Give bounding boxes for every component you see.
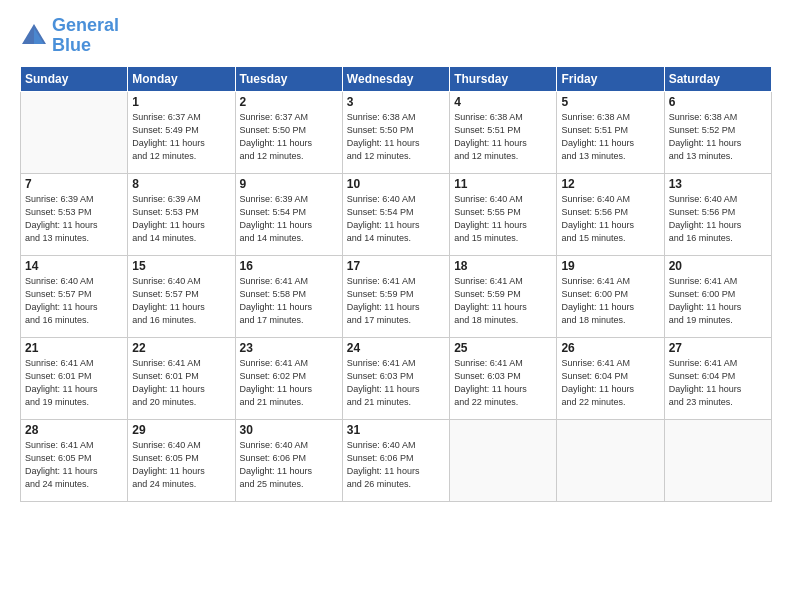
week-row-1: 1Sunrise: 6:37 AM Sunset: 5:49 PM Daylig… [21,91,772,173]
day-info: Sunrise: 6:40 AM Sunset: 5:56 PM Dayligh… [561,193,659,245]
calendar-table: SundayMondayTuesdayWednesdayThursdayFrid… [20,66,772,502]
day-cell: 19Sunrise: 6:41 AM Sunset: 6:00 PM Dayli… [557,255,664,337]
day-cell: 7Sunrise: 6:39 AM Sunset: 5:53 PM Daylig… [21,173,128,255]
day-cell [664,419,771,501]
day-number: 2 [240,95,338,109]
day-number: 10 [347,177,445,191]
day-number: 15 [132,259,230,273]
day-number: 14 [25,259,123,273]
weekday-tuesday: Tuesday [235,66,342,91]
day-cell: 2Sunrise: 6:37 AM Sunset: 5:50 PM Daylig… [235,91,342,173]
day-cell: 15Sunrise: 6:40 AM Sunset: 5:57 PM Dayli… [128,255,235,337]
day-cell: 16Sunrise: 6:41 AM Sunset: 5:58 PM Dayli… [235,255,342,337]
weekday-saturday: Saturday [664,66,771,91]
day-number: 23 [240,341,338,355]
day-number: 29 [132,423,230,437]
day-number: 3 [347,95,445,109]
day-info: Sunrise: 6:41 AM Sunset: 6:03 PM Dayligh… [454,357,552,409]
day-cell: 13Sunrise: 6:40 AM Sunset: 5:56 PM Dayli… [664,173,771,255]
day-info: Sunrise: 6:40 AM Sunset: 5:57 PM Dayligh… [132,275,230,327]
day-info: Sunrise: 6:41 AM Sunset: 6:01 PM Dayligh… [132,357,230,409]
weekday-friday: Friday [557,66,664,91]
day-info: Sunrise: 6:39 AM Sunset: 5:53 PM Dayligh… [25,193,123,245]
weekday-thursday: Thursday [450,66,557,91]
day-number: 31 [347,423,445,437]
day-cell: 3Sunrise: 6:38 AM Sunset: 5:50 PM Daylig… [342,91,449,173]
day-cell: 9Sunrise: 6:39 AM Sunset: 5:54 PM Daylig… [235,173,342,255]
day-cell: 10Sunrise: 6:40 AM Sunset: 5:54 PM Dayli… [342,173,449,255]
day-info: Sunrise: 6:38 AM Sunset: 5:51 PM Dayligh… [454,111,552,163]
weekday-wednesday: Wednesday [342,66,449,91]
day-info: Sunrise: 6:40 AM Sunset: 5:56 PM Dayligh… [669,193,767,245]
day-cell: 27Sunrise: 6:41 AM Sunset: 6:04 PM Dayli… [664,337,771,419]
day-cell: 24Sunrise: 6:41 AM Sunset: 6:03 PM Dayli… [342,337,449,419]
day-info: Sunrise: 6:40 AM Sunset: 5:57 PM Dayligh… [25,275,123,327]
day-number: 25 [454,341,552,355]
day-cell [557,419,664,501]
day-info: Sunrise: 6:41 AM Sunset: 6:02 PM Dayligh… [240,357,338,409]
day-number: 7 [25,177,123,191]
day-number: 18 [454,259,552,273]
day-number: 20 [669,259,767,273]
week-row-3: 14Sunrise: 6:40 AM Sunset: 5:57 PM Dayli… [21,255,772,337]
day-number: 28 [25,423,123,437]
day-info: Sunrise: 6:41 AM Sunset: 6:00 PM Dayligh… [669,275,767,327]
day-number: 24 [347,341,445,355]
day-info: Sunrise: 6:41 AM Sunset: 6:04 PM Dayligh… [669,357,767,409]
day-cell: 5Sunrise: 6:38 AM Sunset: 5:51 PM Daylig… [557,91,664,173]
week-row-5: 28Sunrise: 6:41 AM Sunset: 6:05 PM Dayli… [21,419,772,501]
day-info: Sunrise: 6:41 AM Sunset: 6:00 PM Dayligh… [561,275,659,327]
day-cell: 20Sunrise: 6:41 AM Sunset: 6:00 PM Dayli… [664,255,771,337]
day-info: Sunrise: 6:41 AM Sunset: 6:01 PM Dayligh… [25,357,123,409]
day-info: Sunrise: 6:38 AM Sunset: 5:52 PM Dayligh… [669,111,767,163]
day-cell: 11Sunrise: 6:40 AM Sunset: 5:55 PM Dayli… [450,173,557,255]
day-info: Sunrise: 6:40 AM Sunset: 5:54 PM Dayligh… [347,193,445,245]
page: General Blue SundayMondayTuesdayWednesda… [0,0,792,512]
day-info: Sunrise: 6:41 AM Sunset: 5:59 PM Dayligh… [347,275,445,327]
day-cell [21,91,128,173]
day-cell: 29Sunrise: 6:40 AM Sunset: 6:05 PM Dayli… [128,419,235,501]
logo-text: General Blue [52,16,119,56]
weekday-sunday: Sunday [21,66,128,91]
day-number: 12 [561,177,659,191]
day-number: 8 [132,177,230,191]
day-info: Sunrise: 6:41 AM Sunset: 6:03 PM Dayligh… [347,357,445,409]
day-cell: 1Sunrise: 6:37 AM Sunset: 5:49 PM Daylig… [128,91,235,173]
day-number: 4 [454,95,552,109]
day-info: Sunrise: 6:40 AM Sunset: 6:06 PM Dayligh… [240,439,338,491]
day-cell: 28Sunrise: 6:41 AM Sunset: 6:05 PM Dayli… [21,419,128,501]
day-cell: 30Sunrise: 6:40 AM Sunset: 6:06 PM Dayli… [235,419,342,501]
day-cell: 26Sunrise: 6:41 AM Sunset: 6:04 PM Dayli… [557,337,664,419]
day-info: Sunrise: 6:37 AM Sunset: 5:49 PM Dayligh… [132,111,230,163]
day-cell: 31Sunrise: 6:40 AM Sunset: 6:06 PM Dayli… [342,419,449,501]
day-cell: 17Sunrise: 6:41 AM Sunset: 5:59 PM Dayli… [342,255,449,337]
header: General Blue [20,16,772,56]
day-info: Sunrise: 6:41 AM Sunset: 6:04 PM Dayligh… [561,357,659,409]
day-number: 9 [240,177,338,191]
day-number: 17 [347,259,445,273]
day-info: Sunrise: 6:41 AM Sunset: 6:05 PM Dayligh… [25,439,123,491]
weekday-header-row: SundayMondayTuesdayWednesdayThursdayFrid… [21,66,772,91]
day-cell: 23Sunrise: 6:41 AM Sunset: 6:02 PM Dayli… [235,337,342,419]
day-number: 19 [561,259,659,273]
day-number: 6 [669,95,767,109]
day-info: Sunrise: 6:40 AM Sunset: 5:55 PM Dayligh… [454,193,552,245]
day-info: Sunrise: 6:39 AM Sunset: 5:53 PM Dayligh… [132,193,230,245]
day-cell: 8Sunrise: 6:39 AM Sunset: 5:53 PM Daylig… [128,173,235,255]
day-number: 5 [561,95,659,109]
day-cell [450,419,557,501]
day-info: Sunrise: 6:37 AM Sunset: 5:50 PM Dayligh… [240,111,338,163]
day-number: 26 [561,341,659,355]
day-cell: 4Sunrise: 6:38 AM Sunset: 5:51 PM Daylig… [450,91,557,173]
day-cell: 12Sunrise: 6:40 AM Sunset: 5:56 PM Dayli… [557,173,664,255]
day-info: Sunrise: 6:40 AM Sunset: 6:06 PM Dayligh… [347,439,445,491]
day-cell: 22Sunrise: 6:41 AM Sunset: 6:01 PM Dayli… [128,337,235,419]
logo: General Blue [20,16,119,56]
week-row-2: 7Sunrise: 6:39 AM Sunset: 5:53 PM Daylig… [21,173,772,255]
weekday-monday: Monday [128,66,235,91]
day-number: 1 [132,95,230,109]
day-info: Sunrise: 6:41 AM Sunset: 5:59 PM Dayligh… [454,275,552,327]
logo-icon [20,22,48,50]
day-number: 21 [25,341,123,355]
day-number: 22 [132,341,230,355]
